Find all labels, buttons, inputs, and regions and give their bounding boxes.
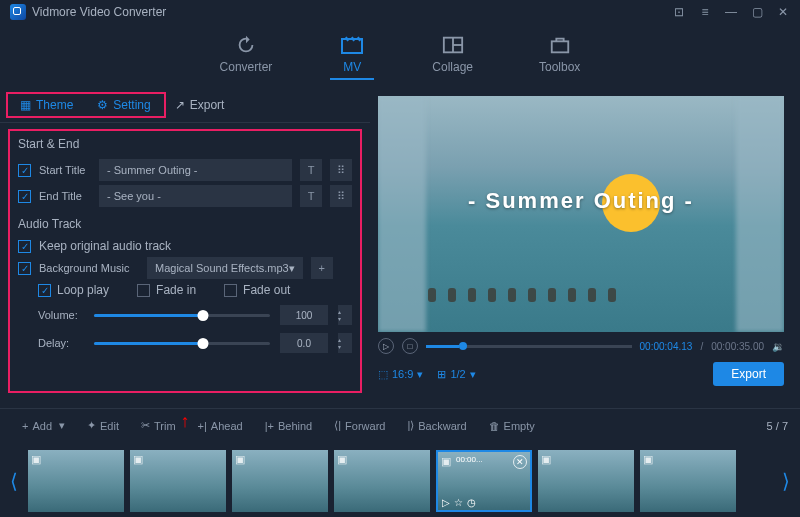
thumb-close-button[interactable]: ✕: [513, 455, 527, 469]
clip-counter: 5 / 7: [767, 420, 788, 432]
current-time: 00:00:04.13: [640, 341, 693, 352]
mv-icon: [338, 34, 366, 56]
subtab-theme[interactable]: ▦Theme: [12, 94, 81, 116]
image-icon: ▣: [31, 453, 41, 466]
timeline-next[interactable]: ⟩: [780, 469, 792, 493]
delay-spinner[interactable]: ▴▾: [338, 333, 352, 353]
end-title-checkbox[interactable]: [18, 190, 31, 203]
subtab-export[interactable]: ↗Export: [167, 94, 233, 116]
tab-collage[interactable]: Collage: [424, 34, 481, 80]
start-font-button[interactable]: T: [300, 159, 322, 181]
ahead-button[interactable]: +|Ahead: [188, 416, 253, 436]
tab-converter-label: Converter: [220, 60, 273, 74]
clock-icon[interactable]: ◷: [467, 497, 476, 508]
start-effects-button[interactable]: ⠿: [330, 159, 352, 181]
fadein-label: Fade in: [156, 283, 196, 297]
timeline-thumb-selected[interactable]: ▣ 00:00... ✕ ▷☆◷: [436, 450, 532, 512]
tab-collage-label: Collage: [432, 60, 473, 74]
volume-slider[interactable]: [94, 314, 270, 317]
backward-icon: |⟩: [407, 419, 414, 432]
stop-button[interactable]: □: [402, 338, 418, 354]
add-button[interactable]: +Add▾: [12, 415, 75, 436]
tab-mv-label: MV: [343, 60, 361, 74]
plus-icon: +: [22, 420, 28, 432]
fadein-checkbox[interactable]: [137, 284, 150, 297]
star-icon[interactable]: ☆: [454, 497, 463, 508]
video-preview[interactable]: - Summer Outing -: [378, 96, 784, 332]
app-title: Vidmore Video Converter: [32, 5, 166, 19]
settings-panel: Start & End Start Title T ⠿ End Title T …: [8, 129, 362, 393]
behind-button[interactable]: |+Behind: [255, 416, 323, 436]
delay-slider[interactable]: [94, 342, 270, 345]
timeline-thumb[interactable]: ▣: [28, 450, 124, 512]
volume-spinner[interactable]: ▴▾: [338, 305, 352, 325]
maximize-icon[interactable]: ▢: [750, 5, 764, 19]
tab-toolbox[interactable]: Toolbox: [531, 34, 588, 80]
bg-music-dropdown[interactable]: Magical Sound Effects.mp3▾: [147, 257, 303, 279]
fadeout-checkbox[interactable]: [224, 284, 237, 297]
empty-button[interactable]: 🗑Empty: [479, 416, 545, 436]
scissors-icon: ✂: [141, 419, 150, 432]
chevron-down-icon: ▾: [289, 262, 295, 275]
section-audio-track: Audio Track: [18, 211, 352, 235]
aspect-ratio-dropdown[interactable]: ⬚16:9▾: [378, 368, 423, 381]
bg-music-label: Background Music: [39, 262, 139, 274]
theme-icon: ▦: [20, 98, 31, 112]
tab-mv[interactable]: MV: [330, 34, 374, 80]
image-icon: ▣: [441, 455, 451, 468]
delay-value[interactable]: 0.0: [280, 333, 328, 353]
bg-music-checkbox[interactable]: [18, 262, 31, 275]
image-icon: ▣: [643, 453, 653, 466]
volume-label: Volume:: [38, 309, 84, 321]
close-icon[interactable]: ✕: [776, 5, 790, 19]
keep-original-label: Keep original audio track: [39, 239, 171, 253]
end-font-button[interactable]: T: [300, 185, 322, 207]
backward-button[interactable]: |⟩Backward: [397, 415, 476, 436]
toolbox-icon: [546, 34, 574, 56]
menu-icon[interactable]: ≡: [698, 5, 712, 19]
chevron-down-icon: ▾: [470, 368, 476, 381]
play-button[interactable]: ▷: [378, 338, 394, 354]
play-icon[interactable]: ▷: [442, 497, 450, 508]
app-logo: [10, 4, 26, 20]
subtab-setting[interactable]: ⚙Setting: [89, 94, 158, 116]
trim-button[interactable]: ✂Trim: [131, 415, 186, 436]
tab-toolbox-label: Toolbox: [539, 60, 580, 74]
forward-button[interactable]: ⟨|Forward: [324, 415, 395, 436]
timeline-thumb[interactable]: ▣: [334, 450, 430, 512]
volume-icon[interactable]: 🔉: [772, 341, 784, 352]
loop-checkbox[interactable]: [38, 284, 51, 297]
add-music-button[interactable]: +: [311, 257, 333, 279]
timeline-thumb[interactable]: ▣: [538, 450, 634, 512]
timeline-thumb[interactable]: ▣: [640, 450, 736, 512]
timeline-thumb[interactable]: ▣: [130, 450, 226, 512]
image-icon: ▣: [337, 453, 347, 466]
keep-original-checkbox[interactable]: [18, 240, 31, 253]
wand-icon: ✦: [87, 419, 96, 432]
start-title-checkbox[interactable]: [18, 164, 31, 177]
end-title-input[interactable]: [99, 185, 292, 207]
export-button[interactable]: Export: [713, 362, 784, 386]
image-icon: ▣: [235, 453, 245, 466]
fadeout-label: Fade out: [243, 283, 290, 297]
end-effects-button[interactable]: ⠿: [330, 185, 352, 207]
edit-button[interactable]: ✦Edit: [77, 415, 129, 436]
annotation-arrow: ↑: [181, 411, 190, 432]
thumb-time: 00:00...: [456, 455, 483, 464]
progress-bar[interactable]: [426, 345, 632, 348]
minimize-icon[interactable]: —: [724, 5, 738, 19]
timeline-prev[interactable]: ⟨: [8, 469, 20, 493]
feedback-icon[interactable]: ⊡: [672, 5, 686, 19]
total-time: 00:00:35.00: [711, 341, 764, 352]
start-title-input[interactable]: [99, 159, 292, 181]
tab-converter[interactable]: Converter: [212, 34, 281, 80]
svg-rect-4: [551, 41, 568, 52]
timeline-thumb[interactable]: ▣: [232, 450, 328, 512]
volume-value[interactable]: 100: [280, 305, 328, 325]
converter-icon: [232, 34, 260, 56]
image-icon: ▣: [133, 453, 143, 466]
image-icon: ▣: [541, 453, 551, 466]
scale-dropdown[interactable]: ⊞1/2▾: [437, 368, 475, 381]
ahead-icon: +|: [198, 420, 207, 432]
collage-icon: [439, 34, 467, 56]
